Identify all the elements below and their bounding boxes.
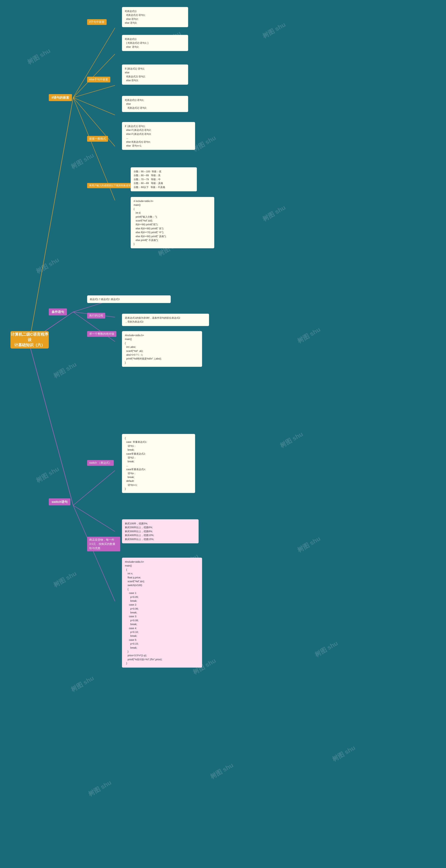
mind-map: 树图 shu 树图 shu 树图 shu 树图 shu 树图 shu 树图 sh… bbox=[0, 0, 446, 868]
svg-line-6 bbox=[73, 98, 115, 115]
subbranch-shop: 商店卖货物，每一件3.5元，按购买的数量给与优惠 bbox=[87, 537, 120, 551]
watermark-23: 树图 shu bbox=[331, 744, 357, 764]
content-else-child-1: if (表达式1) 语句1; else if(表达式2) 语句2; else 语… bbox=[122, 64, 188, 85]
content-shop-code: #include<stdio.h> main() { int n; float … bbox=[122, 558, 202, 668]
watermark-5: 树图 shu bbox=[191, 134, 218, 154]
content-grade-code: # include<stdio.h> main() { int d; print… bbox=[131, 197, 214, 248]
branch-switch-label: switch语句 bbox=[52, 500, 68, 504]
watermark-8: 树图 shu bbox=[261, 204, 287, 223]
content-else-child-2: if(表达式1) 语句1; else if(表达式2) 语句2; bbox=[122, 96, 188, 112]
svg-line-13 bbox=[73, 505, 115, 531]
branch-condition: 条件语句 bbox=[49, 308, 67, 315]
watermark-21: 树图 shu bbox=[87, 778, 113, 799]
svg-line-2 bbox=[30, 345, 73, 505]
central-node: 计算机二级C语言程序设 计基础知识（六） bbox=[10, 331, 49, 348]
subbranch-exec: 执行的过程 bbox=[87, 313, 105, 318]
svg-line-12 bbox=[73, 470, 115, 505]
content-if-child-1: if(表达式1) if(表达式2) 语句1; else 语句2; else 语句… bbox=[122, 7, 188, 27]
subbranch-else-child: else子句中嵌套 bbox=[87, 77, 110, 83]
subbranch-abs: 求一个整数的绝对值 bbox=[87, 331, 116, 337]
watermark-4: 树图 shu bbox=[69, 151, 96, 171]
branch-if-nesting-label: if语句的嵌套 bbox=[52, 96, 69, 99]
content-switch-syntax: { case 常量表达式1: 语句1； break; case常量表达式2: 语… bbox=[122, 434, 195, 493]
subbranch-if-child: if子句中嵌套 bbox=[87, 19, 107, 25]
watermark-12: 树图 shu bbox=[34, 465, 61, 485]
watermark-11: 树图 shu bbox=[296, 326, 322, 345]
watermark-22: 树图 shu bbox=[209, 761, 235, 781]
branch-if-nesting: if语句的嵌套 bbox=[49, 94, 72, 101]
branch-condition-label: 条件语句 bbox=[52, 310, 64, 314]
watermark-15: 树图 shu bbox=[52, 569, 78, 589]
watermark-14: 树图 shu bbox=[278, 430, 305, 450]
watermark-6: 树图 shu bbox=[34, 256, 61, 276]
svg-line-5 bbox=[73, 85, 115, 98]
svg-line-4 bbox=[73, 54, 115, 98]
watermark-9: 树图 shu bbox=[52, 360, 78, 380]
subbranch-switch-syntax: switch （表达式） bbox=[87, 460, 114, 466]
content-exec: 若表达式1的值为非0时，该条件语句的职位表达式2 ，否则为表达式3 bbox=[122, 314, 209, 326]
content-if-child-2: if(表达式1) { if(表达式2) 语句1; } else 语句2; bbox=[122, 35, 188, 51]
content-general: if (表达式1) 语句1; else if (表达式2) 语句2; else … bbox=[122, 122, 195, 150]
watermark-17: 树图 shu bbox=[296, 534, 322, 555]
svg-line-0 bbox=[30, 98, 73, 340]
content-cond-expr: 表达式1？表达式2 :表达式3 bbox=[87, 296, 171, 303]
watermark-1: 树图 shu bbox=[26, 46, 52, 67]
branch-switch: switch语句 bbox=[49, 498, 70, 505]
content-grade-table: 分数：90～100 等级：优 分数：80～89 等级：良 分数：70～79 等级… bbox=[131, 167, 197, 191]
content-discount-list: 购买100件，优惠5%; 购买200件以上，优惠6%; 购买300件以上，优惠8… bbox=[122, 519, 199, 544]
connector-lines bbox=[0, 0, 446, 868]
svg-line-14 bbox=[73, 505, 115, 601]
watermark-20: 树图 shu bbox=[313, 639, 340, 659]
svg-line-3 bbox=[73, 28, 115, 98]
central-label: 计算机二级C语言程序设 计基础知识（六） bbox=[10, 332, 49, 348]
content-abs: #include<stdio.h> main() { int i,absi; s… bbox=[122, 331, 202, 367]
subbranch-general: 嵌套一般格式 bbox=[87, 136, 108, 142]
watermark-18: 树图 shu bbox=[69, 674, 96, 694]
watermark-3: 树图 shu bbox=[261, 21, 287, 40]
